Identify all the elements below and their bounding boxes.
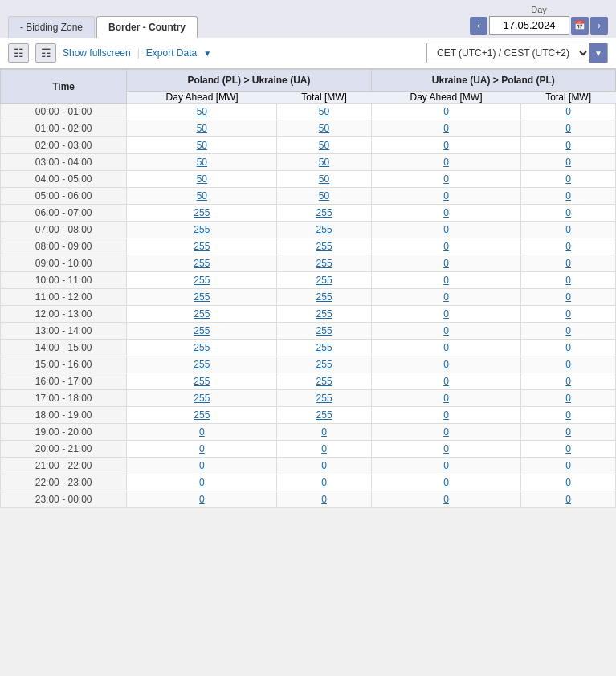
data-cell[interactable]: 255 [277,340,371,356]
data-cell[interactable]: 50 [277,137,371,154]
data-cell[interactable]: 0 [521,255,616,272]
data-cell[interactable]: 0 [127,474,277,491]
data-cell[interactable]: 0 [277,474,371,491]
data-cell[interactable]: 0 [521,474,616,491]
data-cell[interactable]: 50 [127,154,277,171]
data-cell[interactable]: 50 [277,171,371,188]
data-cell[interactable]: 0 [127,424,277,441]
show-fullscreen-link[interactable]: Show fullscreen [63,47,131,59]
data-cell[interactable]: 50 [127,171,277,188]
data-cell[interactable]: 0 [371,188,521,205]
data-cell[interactable]: 0 [521,120,616,137]
data-cell[interactable]: 255 [277,255,371,272]
chart-view-button[interactable]: ☶ [35,43,56,63]
tab-border-country[interactable]: Border - Country [96,16,198,38]
data-cell[interactable]: 0 [521,373,616,390]
data-cell[interactable]: 255 [127,255,277,272]
data-cell[interactable]: 255 [277,238,371,255]
data-cell[interactable]: 50 [127,188,277,205]
data-cell[interactable]: 0 [521,171,616,188]
data-cell[interactable]: 255 [127,205,277,222]
data-cell[interactable]: 255 [127,323,277,340]
next-day-button[interactable]: › [590,17,608,35]
data-cell[interactable]: 0 [521,458,616,474]
data-cell[interactable]: 50 [127,104,277,120]
data-cell[interactable]: 50 [277,188,371,205]
data-cell[interactable]: 50 [277,120,371,137]
data-cell[interactable]: 0 [521,441,616,458]
data-cell[interactable]: 0 [521,272,616,289]
data-cell[interactable]: 0 [521,154,616,171]
data-cell[interactable]: 0 [521,424,616,441]
data-cell[interactable]: 255 [277,390,371,407]
timezone-dropdown-button[interactable]: ▼ [589,43,607,63]
data-cell[interactable]: 0 [371,289,521,306]
calendar-button[interactable]: 📅 [571,17,589,35]
data-cell[interactable]: 255 [127,306,277,323]
data-cell[interactable]: 0 [371,205,521,222]
data-cell[interactable]: 0 [521,289,616,306]
data-cell[interactable]: 255 [127,289,277,306]
data-cell[interactable]: 0 [521,222,616,238]
data-cell[interactable]: 0 [521,306,616,323]
data-cell[interactable]: 0 [371,104,521,120]
data-cell[interactable]: 0 [371,390,521,407]
prev-day-button[interactable]: ‹ [470,17,487,35]
data-cell[interactable]: 0 [521,205,616,222]
data-cell[interactable]: 0 [127,458,277,474]
data-cell[interactable]: 0 [371,154,521,171]
data-cell[interactable]: 255 [127,272,277,289]
data-cell[interactable]: 0 [521,188,616,205]
data-cell[interactable]: 0 [521,340,616,356]
tab-bidding-zone[interactable]: - Bidding Zone [8,16,95,38]
data-cell[interactable]: 0 [371,272,521,289]
data-cell[interactable]: 0 [521,491,616,508]
data-cell[interactable]: 0 [371,222,521,238]
data-cell[interactable]: 0 [371,407,521,424]
data-cell[interactable]: 255 [277,373,371,390]
data-cell[interactable]: 0 [521,407,616,424]
data-cell[interactable]: 0 [371,306,521,323]
data-cell[interactable]: 0 [371,441,521,458]
data-cell[interactable]: 0 [371,491,521,508]
grid-view-button[interactable]: ☷ [8,43,29,63]
data-cell[interactable]: 0 [521,104,616,120]
data-cell[interactable]: 0 [371,137,521,154]
data-cell[interactable]: 0 [371,255,521,272]
data-cell[interactable]: 255 [127,238,277,255]
data-cell[interactable]: 0 [127,491,277,508]
data-cell[interactable]: 0 [521,137,616,154]
data-cell[interactable]: 50 [127,137,277,154]
data-cell[interactable]: 0 [371,323,521,340]
data-cell[interactable]: 0 [521,356,616,373]
data-cell[interactable]: 0 [371,340,521,356]
data-cell[interactable]: 0 [371,356,521,373]
data-cell[interactable]: 0 [277,458,371,474]
data-cell[interactable]: 0 [277,424,371,441]
data-cell[interactable]: 50 [127,120,277,137]
timezone-select-input[interactable]: CET (UTC+1) / CEST (UTC+2) [427,44,589,62]
data-cell[interactable]: 50 [277,154,371,171]
data-cell[interactable]: 255 [277,306,371,323]
data-cell[interactable]: 0 [371,424,521,441]
data-cell[interactable]: 255 [127,222,277,238]
data-cell[interactable]: 0 [277,441,371,458]
data-cell[interactable]: 0 [521,238,616,255]
date-input[interactable] [489,16,569,35]
data-cell[interactable]: 0 [371,458,521,474]
data-cell[interactable]: 255 [277,205,371,222]
data-cell[interactable]: 255 [277,289,371,306]
data-cell[interactable]: 50 [277,104,371,120]
data-cell[interactable]: 255 [277,222,371,238]
data-cell[interactable]: 255 [127,407,277,424]
data-cell[interactable]: 0 [371,120,521,137]
data-cell[interactable]: 255 [277,407,371,424]
data-cell[interactable]: 0 [371,238,521,255]
data-cell[interactable]: 255 [127,373,277,390]
export-data-link[interactable]: Export Data [146,47,197,59]
data-cell[interactable]: 255 [127,356,277,373]
data-cell[interactable]: 255 [277,272,371,289]
data-cell[interactable]: 255 [127,340,277,356]
data-cell[interactable]: 255 [277,356,371,373]
data-cell[interactable]: 0 [277,491,371,508]
